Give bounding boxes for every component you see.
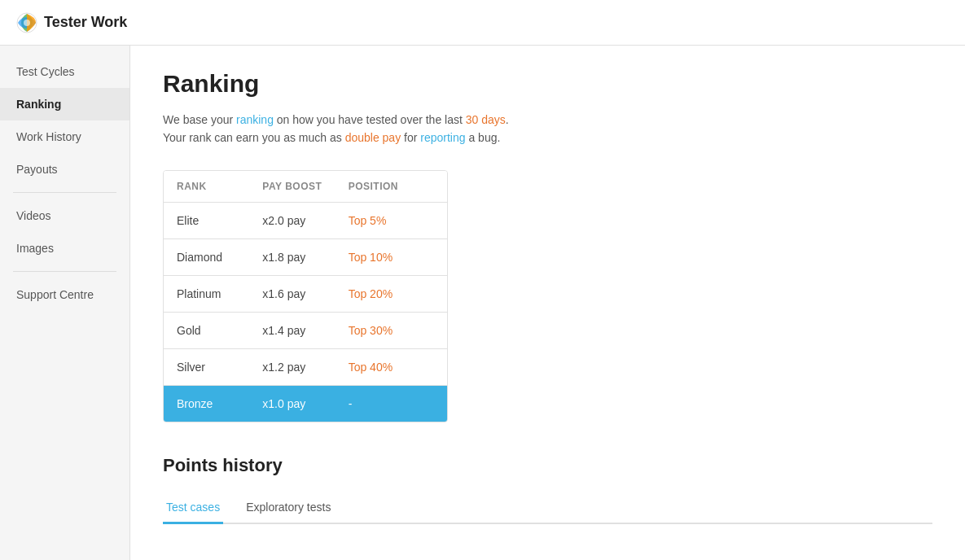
sidebar-item-support-centre[interactable]: Support Centre xyxy=(0,278,129,311)
points-history-title: Points history xyxy=(163,455,932,476)
points-history-tabs: Test cases Exploratory tests xyxy=(163,492,932,524)
svg-point-1 xyxy=(24,20,30,26)
sidebar-item-ranking[interactable]: Ranking xyxy=(0,88,129,120)
main-content: Ranking We base your ranking on how you … xyxy=(130,46,965,560)
description-line2: Your rank can earn you as much as double… xyxy=(163,129,932,147)
rank-bronze: Bronze xyxy=(177,397,262,410)
table-row-elite: Elite x2.0 pay Top 5% xyxy=(164,202,447,238)
sidebar-item-videos[interactable]: Videos xyxy=(0,199,129,232)
sidebar-divider-2 xyxy=(13,271,116,272)
pay-boost-platinum: x1.6 pay xyxy=(262,287,348,300)
description-line1: We base your ranking on how you have tes… xyxy=(163,111,932,129)
pay-boost-elite: x2.0 pay xyxy=(262,214,348,227)
sidebar: Test Cycles Ranking Work History Payouts… xyxy=(0,46,130,560)
header-position: POSITION xyxy=(349,181,434,192)
ranking-table: RANK PAY BOOST POSITION Elite x2.0 pay T… xyxy=(163,170,448,422)
tab-test-cases[interactable]: Test cases xyxy=(163,492,223,524)
table-row-gold: Gold x1.4 pay Top 30% xyxy=(164,312,447,348)
rank-diamond: Diamond xyxy=(177,251,262,264)
table-row-diamond: Diamond x1.8 pay Top 10% xyxy=(164,238,447,275)
table-row-bronze: Bronze x1.0 pay - xyxy=(164,385,447,422)
double-pay-highlight: double pay xyxy=(345,131,401,144)
pay-boost-gold: x1.4 pay xyxy=(262,324,348,337)
header-rank: RANK xyxy=(177,181,262,192)
rank-silver: Silver xyxy=(177,361,262,374)
reporting-highlight: reporting xyxy=(420,131,465,144)
table-row-platinum: Platinum x1.6 pay Top 20% xyxy=(164,275,447,312)
rank-elite: Elite xyxy=(177,214,262,227)
main-layout: Test Cycles Ranking Work History Payouts… xyxy=(0,46,965,560)
sidebar-item-payouts[interactable]: Payouts xyxy=(0,153,129,186)
top-nav: Tester Work xyxy=(0,0,965,46)
position-bronze: - xyxy=(349,397,434,410)
pay-boost-diamond: x1.8 pay xyxy=(262,251,348,264)
pay-boost-silver: x1.2 pay xyxy=(262,361,348,374)
position-silver: Top 40% xyxy=(349,361,434,374)
days-highlight: 30 days xyxy=(466,113,506,126)
description: We base your ranking on how you have tes… xyxy=(163,111,932,147)
position-diamond: Top 10% xyxy=(349,251,434,264)
rank-platinum: Platinum xyxy=(177,287,262,300)
table-row-silver: Silver x1.2 pay Top 40% xyxy=(164,348,447,385)
pay-boost-bronze: x1.0 pay xyxy=(262,397,348,410)
sidebar-divider-1 xyxy=(13,192,116,193)
page-title: Ranking xyxy=(163,70,932,98)
tab-exploratory-tests[interactable]: Exploratory tests xyxy=(243,492,334,524)
logo-icon xyxy=(16,12,37,33)
header-pay-boost: PAY BOOST xyxy=(262,181,348,192)
sidebar-item-work-history[interactable]: Work History xyxy=(0,120,129,153)
rank-gold: Gold xyxy=(177,324,262,337)
position-elite: Top 5% xyxy=(349,214,434,227)
sidebar-item-images[interactable]: Images xyxy=(0,232,129,265)
position-gold: Top 30% xyxy=(349,324,434,337)
ranking-highlight: ranking xyxy=(236,113,274,126)
sidebar-item-test-cycles[interactable]: Test Cycles xyxy=(0,55,129,88)
logo[interactable]: Tester Work xyxy=(16,12,127,33)
logo-text: Tester Work xyxy=(44,14,127,31)
position-platinum: Top 20% xyxy=(349,287,434,300)
table-header: RANK PAY BOOST POSITION xyxy=(164,171,447,202)
